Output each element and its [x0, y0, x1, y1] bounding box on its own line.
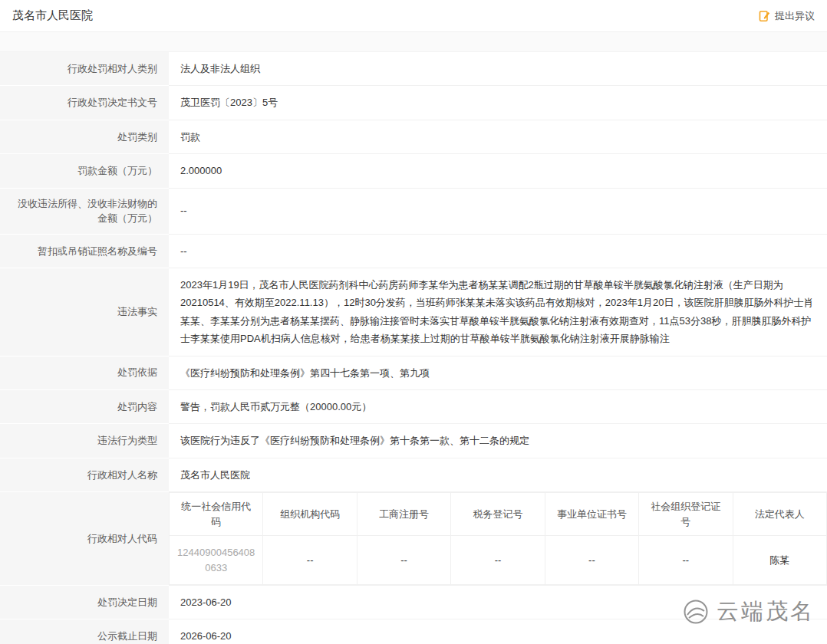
table-row: 处罚决定日期 2023-06-20	[0, 586, 827, 619]
table-row: 违法行为类型 该医院行为违反了《医疗纠纷预防和处理条例》第十条第一款、第十二条的…	[0, 424, 827, 458]
cell-institution-cert: --	[545, 536, 638, 585]
col-header-tax-reg: 税务登记号	[451, 493, 545, 536]
objection-pen-icon	[759, 10, 771, 22]
table-row: 暂扣或吊销证照名称及编号 --	[0, 235, 827, 268]
cell-org-code: --	[263, 536, 357, 585]
col-header-credit-code: 统一社会信用代码	[170, 493, 263, 536]
row-label: 公示截止日期	[0, 619, 169, 644]
row-value: --	[169, 235, 827, 268]
table-row: 行政处罚决定书文号 茂卫医罚〔2023〕5号	[0, 86, 827, 120]
row-label: 处罚内容	[0, 390, 169, 424]
row-value: 《医疗纠纷预防和处理条例》第四十七条第一项、第九项	[169, 356, 827, 390]
row-value: 2023年1月19日，茂名市人民医院药剂科中心药房药师李某华为患者杨某某调配2瓶…	[169, 268, 827, 356]
row-value: 茂名市人民医院	[169, 458, 827, 492]
row-label: 行政相对人代码	[0, 492, 169, 586]
row-value: 罚款	[169, 120, 827, 154]
cell-legal-rep: 陈某	[733, 536, 826, 585]
col-header-legal-rep: 法定代表人	[733, 493, 826, 536]
cell-social-org-reg: --	[639, 536, 733, 585]
penalty-info-table: 行政处罚相对人类别 法人及非法人组织 行政处罚决定书文号 茂卫医罚〔2023〕5…	[0, 52, 827, 644]
row-label: 违法行为类型	[0, 424, 169, 458]
row-label: 违法事实	[0, 268, 169, 356]
row-value: 警告，罚款人民币贰万元整（20000.00元）	[169, 390, 827, 424]
table-row: 行政处罚相对人类别 法人及非法人组织	[0, 52, 827, 86]
entity-code-value-row: 124409004564080633 -- -- -- -- -- 陈某	[170, 536, 827, 585]
row-value: --	[169, 189, 827, 235]
header-divider	[0, 31, 827, 52]
cell-tax-reg: --	[451, 536, 545, 585]
table-row: 处罚内容 警告，罚款人民币贰万元整（20000.00元）	[0, 390, 827, 424]
entity-code-header-row: 统一社会信用代码 组织机构代码 工商注册号 税务登记号 事业单位证书号 社会组织…	[170, 493, 827, 536]
table-row: 罚款金额（万元） 2.000000	[0, 154, 827, 188]
row-label: 没收违法所得、没收非法财物的金额（万元）	[0, 189, 169, 235]
row-value: 茂卫医罚〔2023〕5号	[169, 86, 827, 120]
row-label: 处罚决定日期	[0, 586, 169, 619]
row-label: 行政处罚决定书文号	[0, 86, 169, 120]
table-row: 行政相对人名称 茂名市人民医院	[0, 458, 827, 492]
table-row-entity-codes: 行政相对人代码 统一社会信用代码 组织机构代码 工商注册号 税务登记号 事业单位…	[0, 492, 827, 586]
col-header-institution-cert: 事业单位证书号	[545, 493, 638, 536]
row-label: 行政处罚相对人类别	[0, 52, 169, 86]
row-value: 2023-06-20	[169, 586, 827, 619]
table-row: 公示截止日期 2026-06-20	[0, 619, 827, 644]
cell-business-reg: --	[357, 536, 450, 585]
row-value: 2026-06-20	[169, 619, 827, 644]
row-label: 处罚依据	[0, 356, 169, 390]
col-header-business-reg: 工商注册号	[357, 493, 450, 536]
row-label: 行政相对人名称	[0, 458, 169, 492]
row-label: 暂扣或吊销证照名称及编号	[0, 235, 169, 268]
header: 茂名市人民医院 提出异议	[0, 0, 827, 31]
col-header-social-org-reg: 社会组织登记证号	[639, 493, 733, 536]
row-value: 该医院行为违反了《医疗纠纷预防和处理条例》第十条第一款、第十二条的规定	[169, 424, 827, 458]
row-label: 罚款金额（万元）	[0, 154, 169, 188]
row-value: 法人及非法人组织	[169, 52, 827, 86]
objection-button[interactable]: 提出异议	[759, 9, 815, 23]
cell-credit-code: 124409004564080633	[170, 536, 263, 585]
row-value: 统一社会信用代码 组织机构代码 工商注册号 税务登记号 事业单位证书号 社会组织…	[169, 492, 827, 586]
row-label: 处罚类别	[0, 120, 169, 154]
table-row: 处罚依据 《医疗纠纷预防和处理条例》第四十七条第一项、第九项	[0, 356, 827, 390]
objection-label: 提出异议	[775, 9, 815, 23]
table-row-violation-facts: 违法事实 2023年1月19日，茂名市人民医院药剂科中心药房药师李某华为患者杨某…	[0, 268, 827, 356]
col-header-org-code: 组织机构代码	[263, 493, 357, 536]
row-value: 2.000000	[169, 154, 827, 188]
table-row: 没收违法所得、没收非法财物的金额（万元） --	[0, 189, 827, 235]
table-row: 处罚类别 罚款	[0, 120, 827, 154]
entity-code-table: 统一社会信用代码 组织机构代码 工商注册号 税务登记号 事业单位证书号 社会组织…	[169, 492, 827, 585]
page-title: 茂名市人民医院	[12, 8, 93, 23]
